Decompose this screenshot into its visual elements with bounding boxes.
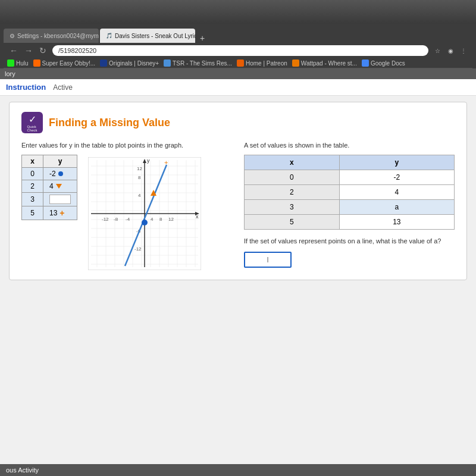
menu-icon[interactable]: ⋮	[458, 45, 469, 56]
xy-table-container: x y 0 -2	[21, 155, 83, 224]
table-row: 2 4	[245, 185, 455, 200]
tab-add-button[interactable]: +	[196, 33, 208, 43]
svg-text:-4: -4	[126, 217, 130, 222]
cell-y-2[interactable]	[43, 193, 77, 206]
left-panel: Enter values for y in the table to plot …	[21, 142, 232, 270]
page-content: lory Instruction Active ✓ QuickCheck Fin…	[0, 68, 476, 476]
y-value-0: -2	[49, 170, 56, 178]
svg-text:8: 8	[159, 217, 162, 222]
xy-table-header-y: y	[43, 155, 77, 168]
bookmark-hulu[interactable]: Hulu	[7, 60, 29, 67]
table-row: 0 -2	[245, 170, 455, 185]
table-row: 5 13 +	[22, 206, 77, 220]
back-button[interactable]: ←	[7, 45, 20, 56]
instruction-bar: Instruction Active	[0, 79, 476, 96]
profile-icon[interactable]: ◉	[445, 45, 456, 56]
hulu-icon	[7, 60, 14, 67]
bookmark-disney-label: Originals | Disney+	[109, 60, 159, 67]
card-title: Finding a Missing Value	[49, 117, 170, 129]
tab-davis-label: Davis Sisters - Sneak Out Lyrics |	[115, 33, 195, 39]
svg-text:x: x	[196, 214, 199, 220]
active-label: Active	[53, 83, 73, 92]
bookmark-google-docs[interactable]: Google Docs	[362, 60, 405, 67]
y-value-1: 4	[49, 182, 54, 190]
bookmark-wattpad-label: Wattpad - Where st...	[301, 60, 357, 67]
address-text: /5198202520	[58, 47, 96, 54]
svg-text:-8: -8	[114, 217, 118, 222]
wattpad-icon	[292, 60, 299, 67]
svg-text:+: +	[164, 159, 168, 166]
davis-favicon: 🎵	[106, 33, 112, 39]
tab-settings[interactable]: ⚙ Settings - kbenson0024@mym... ✕	[4, 29, 99, 43]
vt-y-2: a	[339, 200, 454, 215]
table-row: 3	[22, 193, 77, 206]
svg-point-43	[142, 220, 148, 226]
value-table-header-y: y	[339, 155, 454, 170]
cell-x-1: 2	[22, 180, 43, 193]
bottom-bar-label: ous Activity	[6, 466, 39, 474]
xy-table-header-x: x	[22, 155, 43, 168]
bookmark-disney[interactable]: Originals | Disney+	[100, 60, 159, 67]
settings-favicon: ⚙	[10, 33, 15, 39]
y-input-2[interactable]	[49, 195, 71, 204]
bookmark-hulu-label: Hulu	[16, 60, 29, 67]
bookmark-obby[interactable]: Super Easy Obby!...	[33, 60, 96, 67]
svg-text:8: 8	[138, 175, 141, 180]
instruction-label: Instruction	[6, 83, 46, 92]
svg-text:y: y	[147, 158, 150, 164]
right-instruction-text: A set of values is shown in the table.	[244, 142, 455, 149]
quick-check-badge: ✓ QuickCheck	[21, 112, 43, 133]
bookmark-patreon[interactable]: Home | Patreon	[237, 60, 287, 67]
bookmarks-bar: Hulu Super Easy Obby!... Originals | Dis…	[4, 58, 472, 68]
table-row: 0 -2	[22, 168, 77, 180]
table-row: 5 13	[245, 215, 455, 230]
coordinate-graph: y x 12 8 4 -8 -12 -12 -8	[88, 157, 201, 270]
content-area: Enter values for y in the table to plot …	[21, 142, 455, 270]
answer-input[interactable]	[244, 252, 292, 268]
forward-button[interactable]: →	[22, 45, 35, 56]
bookmark-wattpad[interactable]: Wattpad - Where st...	[292, 60, 357, 67]
bookmark-google-docs-label: Google Docs	[371, 60, 405, 67]
svg-text:-12: -12	[134, 246, 142, 252]
bookmark-tsr-label: TSR - The Sims Res...	[173, 60, 232, 67]
tsr-icon	[164, 60, 171, 67]
obby-icon	[33, 60, 40, 67]
vt-x-1: 2	[245, 185, 340, 200]
cell-y-1: 4	[43, 180, 77, 193]
bottom-bar: ous Activity	[0, 464, 476, 476]
svg-text:4: 4	[151, 217, 154, 222]
star-icon[interactable]: ☆	[432, 45, 443, 56]
tab-bar: ⚙ Settings - kbenson0024@mym... ✕ 🎵 Davi…	[4, 26, 472, 43]
nav-buttons: ← → ↻	[7, 45, 49, 56]
table-row: 2 4	[22, 180, 77, 193]
xy-table: x y 0 -2	[21, 155, 77, 220]
svg-text:4: 4	[138, 193, 141, 198]
cell-x-2: 3	[22, 193, 43, 206]
page-header-bar: lory	[0, 68, 476, 79]
tab-davis[interactable]: 🎵 Davis Sisters - Sneak Out Lyrics | ✕	[100, 29, 195, 43]
graph-container: y x 12 8 4 -8 -12 -12 -8	[88, 157, 201, 270]
vt-y-3: 13	[339, 215, 454, 230]
cell-x-0: 0	[22, 168, 43, 180]
vt-x-3: 5	[245, 215, 340, 230]
plus-orange-icon: +	[60, 208, 64, 218]
right-panel: A set of values is shown in the table. x…	[244, 142, 455, 270]
left-instruction-text: Enter values for y in the table to plot …	[21, 142, 232, 149]
vt-x-2: 3	[245, 200, 340, 215]
vt-y-1: 4	[339, 185, 454, 200]
vt-y-0: -2	[339, 170, 454, 185]
address-bar-row: ← → ↻ /5198202520 ☆ ◉ ⋮	[4, 43, 472, 58]
vt-x-0: 0	[245, 170, 340, 185]
table-row: 3 a	[245, 200, 455, 215]
reload-button[interactable]: ↻	[37, 45, 49, 56]
quick-check-label: QuickCheck	[27, 125, 37, 132]
address-input[interactable]: /5198202520	[52, 45, 428, 56]
bookmark-tsr[interactable]: TSR - The Sims Res...	[164, 60, 232, 67]
value-table-header-x: x	[245, 155, 340, 170]
cell-y-3: 13 +	[43, 206, 77, 220]
cell-x-3: 5	[22, 206, 43, 220]
svg-text:-12: -12	[102, 217, 109, 222]
disney-icon	[100, 60, 107, 67]
svg-text:12: 12	[137, 166, 142, 171]
bookmark-obby-label: Super Easy Obby!...	[42, 60, 96, 67]
